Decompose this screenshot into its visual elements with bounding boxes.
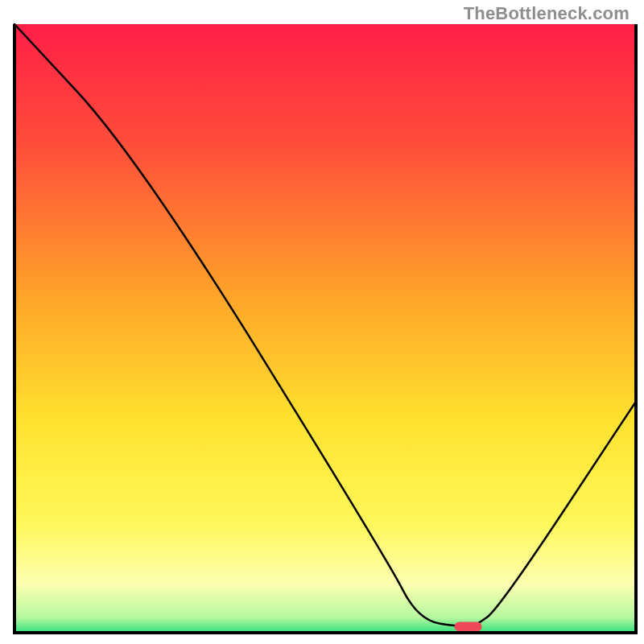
watermark-label: TheBottleneck.com: [464, 3, 630, 24]
marker-pill: [455, 621, 482, 631]
chart-container: TheBottleneck.com: [0, 0, 644, 644]
chart-svg: [0, 0, 644, 644]
